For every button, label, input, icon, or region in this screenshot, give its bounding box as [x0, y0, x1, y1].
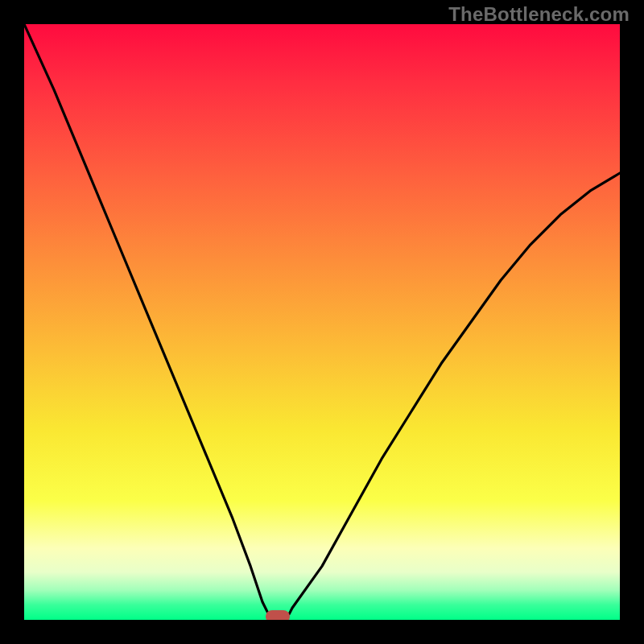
- chart-frame: TheBottleneck.com: [0, 0, 644, 644]
- watermark-text: TheBottleneck.com: [448, 3, 630, 26]
- bottleneck-curve: [24, 24, 620, 620]
- minimum-marker: [266, 610, 290, 620]
- plot-area: [24, 24, 620, 620]
